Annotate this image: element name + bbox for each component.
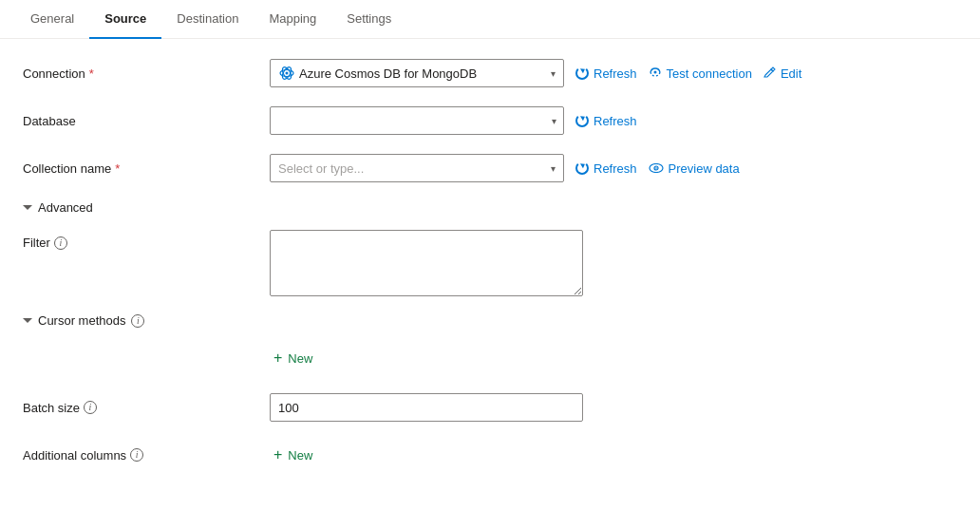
collection-name-controls: Select or type... ▾ Refresh Preview data — [270, 154, 740, 182]
collection-name-row: Collection name * Select or type... ▾ Re… — [23, 153, 957, 183]
database-label: Database — [23, 114, 270, 128]
connection-refresh-button[interactable]: Refresh — [575, 66, 637, 81]
new-button[interactable]: + New — [273, 350, 312, 366]
tab-general[interactable]: General — [15, 0, 89, 39]
tab-source[interactable]: Source — [89, 0, 161, 39]
collection-name-dropdown[interactable]: Select or type... ▾ — [270, 154, 564, 182]
filter-label: Filter i — [23, 230, 270, 250]
database-row: Database ▾ Refresh — [23, 105, 957, 136]
batch-size-info-icon[interactable]: i — [84, 401, 97, 414]
svg-point-7 — [655, 167, 657, 169]
preview-data-label: Preview data — [669, 161, 740, 176]
batch-size-label: Batch size i — [23, 401, 270, 415]
preview-data-button[interactable]: Preview data — [649, 161, 740, 176]
database-dropdown-wrapper: ▾ — [270, 106, 564, 135]
edit-button[interactable]: Edit — [763, 66, 801, 81]
database-dropdown[interactable] — [270, 106, 564, 135]
cosmos-icon — [278, 65, 295, 82]
tab-bar: General Source Destination Mapping Setti… — [0, 0, 980, 39]
connection-controls: Azure Cosmos DB for MongoDB ▾ Refresh Te… — [270, 59, 801, 87]
additional-columns-new-label: New — [288, 448, 312, 463]
additional-columns-row: Additional columns i + New — [23, 440, 957, 470]
filter-info-icon[interactable]: i — [54, 236, 67, 250]
collection-refresh-button[interactable]: Refresh — [575, 161, 637, 176]
additional-columns-new-button[interactable]: + New — [273, 447, 312, 463]
collection-refresh-label: Refresh — [594, 161, 637, 176]
svg-point-3 — [286, 72, 289, 75]
connection-value: Azure Cosmos DB for MongoDB — [299, 66, 547, 81]
connection-dropdown-arrow: ▾ — [551, 68, 556, 79]
collection-name-arrow: ▾ — [551, 163, 556, 174]
cursor-methods-chevron-icon — [23, 318, 32, 323]
new-row: + New — [23, 343, 957, 373]
collection-name-placeholder: Select or type... — [278, 161, 547, 176]
tab-destination[interactable]: Destination — [161, 0, 254, 39]
batch-size-row: Batch size i — [23, 392, 957, 423]
connection-row: Connection * Azure Cosmos DB for MongoDB… — [23, 58, 957, 88]
collection-name-label: Collection name * — [23, 161, 270, 176]
new-button-label: New — [288, 351, 312, 366]
preview-data-icon — [649, 161, 664, 176]
database-refresh-icon — [575, 114, 589, 127]
advanced-chevron-icon — [23, 205, 32, 210]
filter-textarea[interactable] — [270, 230, 583, 296]
additional-columns-info-icon[interactable]: i — [130, 448, 143, 462]
tab-mapping[interactable]: Mapping — [254, 0, 331, 39]
test-connection-label: Test connection — [667, 66, 752, 81]
source-content: Connection * Azure Cosmos DB for MongoDB… — [0, 39, 980, 506]
batch-size-controls — [270, 393, 583, 422]
additional-columns-controls: + New — [270, 447, 312, 463]
filter-controls — [270, 230, 583, 296]
connection-label: Connection * — [23, 66, 270, 81]
edit-label: Edit — [781, 66, 801, 81]
refresh-label: Refresh — [594, 66, 637, 81]
collection-refresh-icon — [575, 161, 589, 175]
svg-point-4 — [653, 70, 656, 73]
tab-settings[interactable]: Settings — [331, 0, 406, 39]
database-refresh-button[interactable]: Refresh — [575, 114, 637, 128]
collection-name-required: * — [115, 161, 120, 176]
batch-size-input[interactable] — [270, 393, 583, 422]
test-connection-button[interactable]: Test connection — [649, 66, 752, 82]
cursor-methods-label: Cursor methods — [38, 313, 125, 328]
database-controls: ▾ Refresh — [270, 106, 637, 135]
cursor-methods-toggle[interactable]: Cursor methods i — [23, 313, 957, 328]
refresh-icon — [575, 66, 589, 80]
filter-row: Filter i — [23, 230, 957, 296]
edit-icon — [763, 66, 776, 81]
database-refresh-label: Refresh — [594, 114, 637, 128]
plus-icon: + — [273, 350, 282, 366]
additional-columns-plus-icon: + — [273, 447, 282, 463]
additional-columns-label: Additional columns i — [23, 448, 270, 463]
connection-dropdown[interactable]: Azure Cosmos DB for MongoDB ▾ — [270, 59, 564, 87]
test-connection-icon — [649, 66, 662, 82]
connection-required: * — [89, 66, 94, 81]
cursor-methods-info-icon[interactable]: i — [131, 314, 144, 328]
advanced-label: Advanced — [38, 200, 93, 215]
advanced-toggle[interactable]: Advanced — [23, 200, 957, 215]
